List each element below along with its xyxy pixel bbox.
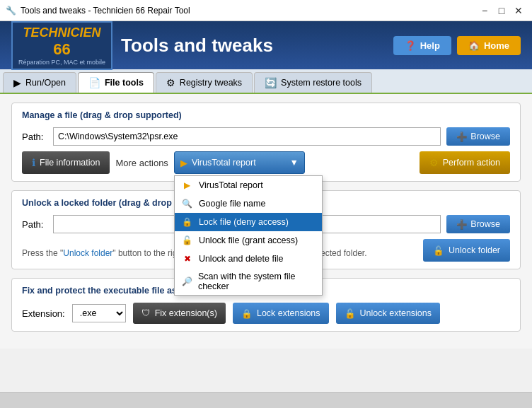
virustotal-icon: ▶ <box>182 180 193 191</box>
logo-sub: Réparation PC, MAC et mobile <box>18 59 105 66</box>
google-icon: 🔍 <box>182 198 193 209</box>
home-icon: 🏠 <box>468 40 480 51</box>
fix-extensions-button[interactable]: 🛡 Fix extension(s) <box>133 303 226 324</box>
tab-run[interactable]: ▶ Run/Open <box>3 72 76 93</box>
question-icon: ❓ <box>405 40 416 51</box>
dropdown-selected-label: VirusTotal report <box>192 158 256 168</box>
dropdown-chevron-icon: ▼ <box>290 158 299 168</box>
lock-ext-label: Lock extensions <box>257 308 320 318</box>
home-label: Home <box>484 40 509 51</box>
header-left: TECHNICIEN 66 Réparation PC, MAC et mobi… <box>11 21 273 70</box>
dropdown-item-virustotal-label: VirusTotal report <box>199 180 263 190</box>
close-button[interactable]: ✕ <box>511 3 526 18</box>
manage-browse-label: Browse <box>470 132 500 141</box>
restore-tab-icon: 🔄 <box>265 77 277 88</box>
unlock-folder-button[interactable]: 🔓 Unlock folder <box>423 239 510 262</box>
home-button[interactable]: 🏠 Home <box>457 36 521 55</box>
dropdown-item-unlock-label: Unlock file (grant access) <box>199 235 298 245</box>
help-button[interactable]: ❓ Help <box>393 36 451 55</box>
unlock-extensions-button[interactable]: 🔓 Unlock extensions <box>336 303 440 324</box>
manage-file-section: Manage a file (drag & drop supported) Pa… <box>11 103 521 182</box>
tab-file[interactable]: 📄 File tools <box>78 72 154 93</box>
tab-registry[interactable]: ⚙ Registry tweaks <box>156 72 253 93</box>
extension-row: Extension: .exe .bat .com .lnk 🛡 Fix ext… <box>22 303 510 324</box>
unlock-browse-label: Browse <box>470 219 500 229</box>
browse-plus-icon: ➕ <box>456 132 468 142</box>
dropdown-item-google[interactable]: 🔍 Google file name <box>175 194 322 213</box>
manage-browse-button[interactable]: ➕ Browse <box>446 127 510 146</box>
file-tab-icon: 📄 <box>88 77 100 88</box>
title-bar: 🔧 Tools and tweaks - Technicien 66 Repai… <box>0 0 532 21</box>
perform-action-button[interactable]: ⚙ Perform action <box>420 151 510 174</box>
delete-file-icon: ✖ <box>182 253 193 264</box>
dropdown-item-google-label: Google file name <box>199 199 266 209</box>
status-bar <box>0 392 532 408</box>
dropdown-item-lock[interactable]: 🔒 Lock file (deny access) <box>175 213 322 231</box>
manage-action-row: ℹ File information More actions ▶ VirusT… <box>22 151 510 174</box>
scan-file-icon: 🔎 <box>182 276 192 287</box>
logo-box: TECHNICIEN 66 Réparation PC, MAC et mobi… <box>11 21 112 70</box>
unlock-note-highlight: Unlock folder <box>63 248 112 258</box>
tab-restore-label: System restore tools <box>281 78 362 88</box>
tab-restore[interactable]: 🔄 System restore tools <box>254 72 372 93</box>
lock-ext-icon: 🔒 <box>241 308 253 319</box>
maximize-button[interactable]: □ <box>494 3 509 18</box>
tab-registry-label: Registry tweaks <box>180 78 242 88</box>
shield-icon: 🛡 <box>141 308 151 318</box>
lock-extensions-button[interactable]: 🔒 Lock extensions <box>233 303 329 324</box>
lock-file-icon: 🔒 <box>182 216 193 228</box>
gear-icon: ⚙ <box>429 157 439 168</box>
unlock-ext-label: Unlock extensions <box>360 308 432 318</box>
ext-select[interactable]: .exe .bat .com .lnk <box>72 304 126 322</box>
manage-path-label: Path: <box>22 132 47 142</box>
fix-ext-label: Fix extension(s) <box>155 308 217 318</box>
dropdown-item-delete-label: Unlock and delete file <box>199 254 284 264</box>
window-icon: 🔧 <box>6 6 16 16</box>
unlock-folder-label: Unlock folder <box>449 245 500 255</box>
window-controls: − □ ✕ <box>477 3 526 18</box>
file-info-label: File information <box>40 158 100 168</box>
unlock-browse-button[interactable]: ➕ Browse <box>446 215 510 233</box>
unlock-folder-icon: 🔓 <box>433 245 444 256</box>
minimize-button[interactable]: − <box>477 3 492 18</box>
tab-file-label: File tools <box>105 78 144 88</box>
perform-action-label: Perform action <box>443 158 500 168</box>
window-title: Tools and tweaks - Technicien 66 Repair … <box>21 6 190 16</box>
tab-bar: ▶ Run/Open 📄 File tools ⚙ Registry tweak… <box>0 69 532 94</box>
dropdown-item-scan[interactable]: 🔎 Scan with the system file checker <box>175 268 322 295</box>
more-actions-dropdown-container: ▶ VirusTotal report ▼ ▶ VirusTotal repor… <box>174 151 305 174</box>
ext-label: Extension: <box>22 308 65 319</box>
unlock-file-icon: 🔓 <box>182 235 193 246</box>
header-right: ❓ Help 🏠 Home <box>393 36 521 55</box>
manage-file-title: Manage a file (drag & drop supported) <box>22 110 510 120</box>
run-tab-icon: ▶ <box>13 77 21 88</box>
app-title: Tools and tweaks <box>121 35 273 57</box>
logo-text: TECHNICIEN <box>23 25 101 40</box>
more-actions-label: More actions <box>115 158 168 168</box>
dropdown-item-virustotal[interactable]: ▶ VirusTotal report <box>175 176 322 194</box>
dropdown-item-lock-label: Lock file (deny access) <box>199 217 289 227</box>
dropdown-item-unlock[interactable]: 🔓 Unlock file (grant access) <box>175 231 322 250</box>
help-label: Help <box>420 40 440 51</box>
logo-num: 66 <box>53 40 70 59</box>
dropdown-item-scan-label: Scan with the system file checker <box>198 272 315 291</box>
unlock-path-label: Path: <box>22 219 47 230</box>
dropdown-selected-display[interactable]: ▶ VirusTotal report ▼ <box>174 151 305 174</box>
app-header: TECHNICIEN 66 Réparation PC, MAC et mobi… <box>0 21 532 69</box>
file-info-button[interactable]: ℹ File information <box>22 151 110 174</box>
window-title-area: 🔧 Tools and tweaks - Technicien 66 Repai… <box>6 6 190 16</box>
dropdown-item-delete[interactable]: ✖ Unlock and delete file <box>175 250 322 268</box>
dropdown-menu: ▶ VirusTotal report 🔍 Google file name 🔒… <box>174 175 323 296</box>
registry-tab-icon: ⚙ <box>166 77 175 88</box>
manage-path-row: Path: ➕ Browse <box>22 127 510 146</box>
dropdown-vt-icon: ▶ <box>180 158 187 168</box>
manage-path-input[interactable] <box>53 127 441 146</box>
main-content: Manage a file (drag & drop supported) Pa… <box>0 94 532 349</box>
unlock-browse-plus-icon: ➕ <box>456 219 468 230</box>
unlock-ext-icon: 🔓 <box>345 308 356 319</box>
tab-run-label: Run/Open <box>25 78 66 88</box>
info-icon: ℹ <box>32 157 35 168</box>
